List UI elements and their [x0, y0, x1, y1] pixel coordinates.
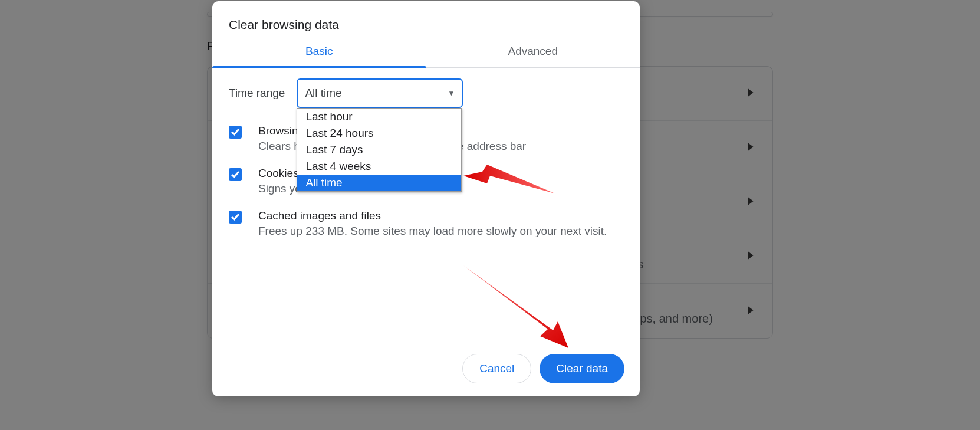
- chevron-right-icon: [748, 197, 754, 207]
- time-range-row: Time range All time ▼ Last hour Last 24 …: [229, 78, 623, 108]
- checkbox-browsing-history[interactable]: [229, 126, 242, 139]
- tab-advanced[interactable]: Advanced: [426, 45, 640, 67]
- clear-data-button[interactable]: Clear data: [540, 354, 624, 383]
- time-range-select[interactable]: All time ▼: [297, 78, 463, 108]
- time-range-option[interactable]: Last 24 hours: [297, 125, 461, 142]
- time-range-option[interactable]: Last 7 days: [297, 142, 461, 158]
- time-range-selected-value: All time: [305, 87, 341, 100]
- time-range-option[interactable]: Last hour: [297, 109, 461, 125]
- dialog-footer: Cancel Clear data: [212, 343, 640, 396]
- cancel-button[interactable]: Cancel: [462, 354, 531, 383]
- time-range-option[interactable]: Last 4 weeks: [297, 158, 461, 175]
- checkbox-cookies[interactable]: [229, 168, 242, 181]
- dialog-body: Time range All time ▼ Last hour Last 24 …: [212, 68, 640, 343]
- time-range-option-selected[interactable]: All time: [297, 175, 461, 191]
- option-subtitle: Frees up 233 MB. Some sites may load mor…: [258, 225, 607, 238]
- tab-basic[interactable]: Basic: [212, 45, 426, 67]
- option-title: Cached images and files: [258, 209, 607, 222]
- time-range-label: Time range: [229, 87, 285, 100]
- time-range-dropdown: All time ▼ Last hour Last 24 hours Last …: [297, 78, 463, 108]
- chevron-right-icon: [748, 88, 754, 99]
- chevron-right-icon: [748, 251, 754, 261]
- dialog-title: Clear browsing data: [212, 1, 640, 45]
- caret-down-icon: ▼: [448, 89, 455, 97]
- time-range-options-list: Last hour Last 24 hours Last 7 days Last…: [297, 108, 462, 192]
- chevron-right-icon: [748, 143, 754, 153]
- checkbox-cached[interactable]: [229, 211, 242, 224]
- option-cached: Cached images and files Frees up 233 MB.…: [229, 209, 623, 238]
- dialog-tabs: Basic Advanced: [212, 45, 640, 68]
- chevron-right-icon: [748, 306, 754, 316]
- clear-browsing-data-dialog: Clear browsing data Basic Advanced Time …: [212, 1, 640, 396]
